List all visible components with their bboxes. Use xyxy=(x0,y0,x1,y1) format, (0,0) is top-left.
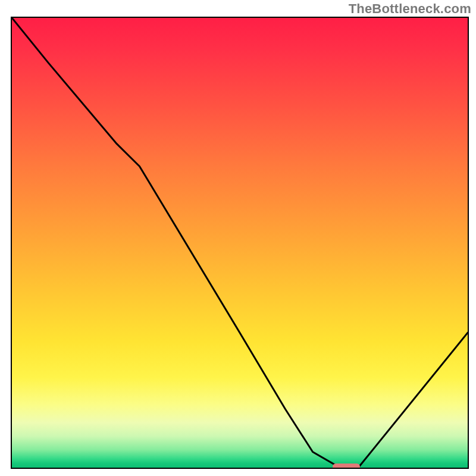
bottleneck-curve-path xyxy=(12,18,468,468)
curve-svg xyxy=(12,18,468,468)
optimal-range-marker xyxy=(333,464,360,469)
chart-frame: TheBottleneck.com xyxy=(0,0,476,476)
watermark-label: TheBottleneck.com xyxy=(349,1,471,17)
plot-area xyxy=(11,17,469,469)
